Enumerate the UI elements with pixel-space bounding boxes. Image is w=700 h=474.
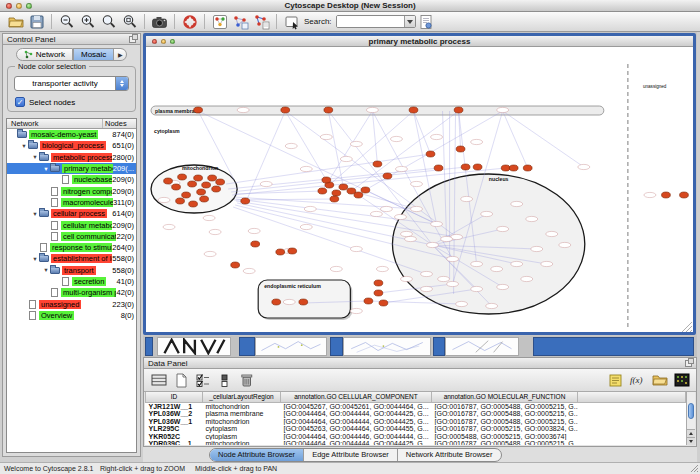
column-header-network[interactable]: Network [7,119,103,128]
scroll-down-button[interactable] [687,437,695,445]
network-view-title-bar[interactable]: primary metabolic process [146,36,693,47]
network-node-unselected[interactable] [400,231,412,236]
table-row[interactable]: YLR295Ccytoplasm[GO:0045263, GO:0044464,… [146,425,686,433]
network-node-unselected[interactable] [370,211,382,216]
import-attributes-button[interactable] [650,372,669,389]
network-node-unselected[interactable] [456,301,468,306]
tab-overflow-button[interactable]: ▶ [114,48,127,61]
tree-row[interactable]: ▼establishment of lo558(0) [7,253,136,264]
network-node-highlighted[interactable] [216,179,225,185]
network-node-highlighted[interactable] [523,165,532,171]
table-scrollbar[interactable] [686,392,695,445]
tree-row[interactable]: ▼biological_process651(0) [7,140,136,151]
network-node-unselected[interactable] [283,299,295,304]
new-network-from-selected-edges-button[interactable] [251,13,272,31]
network-node-unselected[interactable] [447,281,459,286]
annotation-select-button[interactable] [281,13,302,31]
network-node-highlighted[interactable] [202,182,211,188]
zoom-out-button[interactable] [56,13,77,31]
help-button[interactable] [179,13,200,31]
network-canvas-area[interactable]: plasma membranecytoplasmmitochondrionnuc… [146,48,693,332]
network-node-unselected[interactable] [204,251,216,256]
network-node-highlighted[interactable] [339,184,348,190]
network-node-unselected[interactable] [243,268,255,273]
network-node-unselected[interactable] [559,242,571,247]
network-node-unselected[interactable] [260,181,272,186]
select-nodes-checkbox[interactable] [15,97,25,107]
resize-grip-icon[interactable] [690,464,699,473]
network-node-unselected[interactable] [376,266,388,271]
network-node-unselected[interactable] [203,215,215,220]
network-node-unselected[interactable] [431,134,443,139]
table-row[interactable]: YPL036W__1mitochondrion[GO:0044464, GO:0… [146,418,686,426]
network-node-highlighted[interactable] [194,175,203,181]
network-node-unselected[interactable] [285,143,297,148]
network-node-unselected[interactable] [421,271,433,276]
network-node-unselected[interactable] [300,224,312,229]
network-node-highlighted[interactable] [332,190,341,196]
network-node-unselected[interactable] [511,201,523,206]
scroll-up-button[interactable] [687,429,695,437]
tab-edge-attribute-browser[interactable]: Edge Attribute Browser [303,449,397,461]
network-node-unselected[interactable] [395,166,407,171]
network-node-highlighted[interactable] [281,107,290,113]
scrollbar-thumb[interactable] [688,403,694,419]
network-node-unselected[interactable] [461,196,473,201]
zoom-actual-button[interactable] [98,13,119,31]
network-node-unselected[interactable] [471,139,483,144]
float-panel-icon[interactable] [129,36,136,43]
network-node-unselected[interactable] [521,276,533,281]
network-node-unselected[interactable] [497,226,509,231]
network-node-highlighted[interactable] [212,186,221,192]
network-node-highlighted[interactable] [454,107,463,113]
expand-triangle-icon[interactable]: ▼ [31,211,39,217]
table-row[interactable]: YKR052Ccytoplasm[GO:0044464, GO:0044446,… [146,433,686,441]
column-header-nodes[interactable]: Nodes [103,119,136,128]
network-node-highlighted[interactable] [473,164,482,170]
network-node-highlighted[interactable] [288,248,297,254]
background-window-fragment[interactable] [255,337,327,356]
network-node-highlighted[interactable] [188,181,197,187]
network-node-highlighted[interactable] [354,192,363,198]
enhanced-search-button[interactable] [416,13,437,31]
tree-row[interactable]: nitrogen compo209(0) [7,185,136,196]
background-window-fragment[interactable] [433,337,445,356]
network-node-unselected[interactable] [330,266,342,271]
tree-row[interactable]: multi-organism pro42(0) [7,287,136,298]
tree-row[interactable]: cell communicat22(0) [7,231,136,242]
network-node-unselected[interactable] [421,286,433,291]
network-node-unselected[interactable] [526,216,538,221]
network-node-unselected[interactable] [546,231,558,236]
table-row[interactable]: YDR039C__1mitochondrion[GO:0044464, GO:0… [146,440,686,445]
region-nucleus[interactable] [392,174,584,314]
vizmapper-button[interactable] [209,13,230,31]
network-node-highlighted[interactable] [272,299,281,305]
network-node-unselected[interactable] [340,156,352,161]
network-node-unselected[interactable] [320,134,332,139]
network-node-unselected[interactable] [481,211,493,216]
expand-triangle-icon[interactable]: ▼ [42,267,50,273]
tree-row[interactable]: macromolecule311(0) [7,197,136,208]
tree-row[interactable]: mosaic-demo-yeast874(0) [7,129,136,140]
column-header[interactable]: annotation.GO MOLECULAR_FUNCTION [432,392,578,402]
search-input[interactable] [337,16,404,27]
table-row[interactable]: YJR121W__1mitochondrion[GO:0045267, GO:0… [146,402,686,410]
network-node-unselected[interactable] [491,266,503,271]
network-node-unselected[interactable] [163,224,175,229]
network-node-highlighted[interactable] [231,262,240,268]
tree-row[interactable]: ▼cellular process614(0) [7,208,136,219]
network-node-highlighted[interactable] [164,178,173,184]
network-node-highlighted[interactable] [322,177,331,183]
node-color-dropdown[interactable]: transporter activity [14,76,129,91]
network-node-unselected[interactable] [644,192,656,197]
network-node-highlighted[interactable] [276,249,285,255]
background-window-fragment[interactable] [330,337,343,356]
network-node-highlighted[interactable] [374,280,383,286]
network-node-highlighted[interactable] [383,173,392,179]
tree-row[interactable]: response to stimulu264(0) [7,242,136,253]
network-node-highlighted[interactable] [501,165,510,171]
network-node-unselected[interactable] [350,246,362,251]
network-node-highlighted[interactable] [680,192,689,198]
expand-triangle-icon[interactable]: ▼ [31,154,39,160]
network-node-highlighted[interactable] [374,290,383,296]
